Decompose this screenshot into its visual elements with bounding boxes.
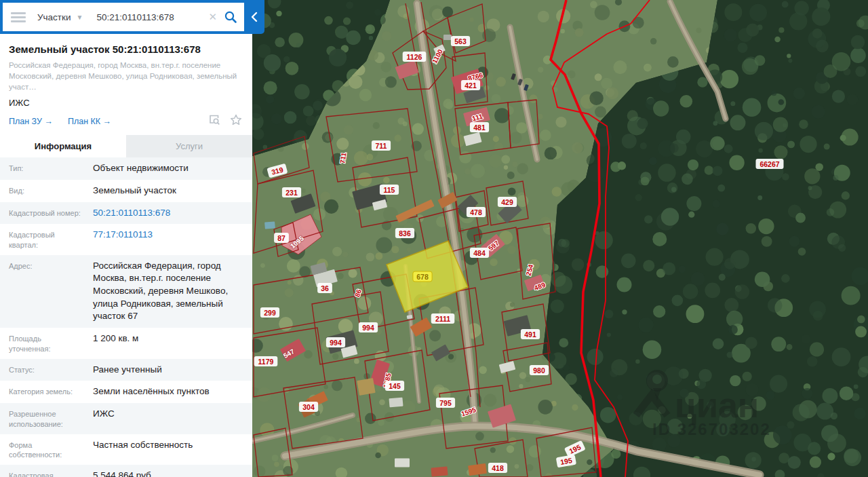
clear-search-icon[interactable]: ✕ <box>208 11 217 23</box>
search-field: Участки ▼ 50:21:0110113:678 ✕ <box>3 3 244 31</box>
svg-text:994: 994 <box>330 339 342 347</box>
svg-text:491: 491 <box>524 330 536 339</box>
svg-text:1126: 1126 <box>407 53 422 61</box>
svg-text:66267: 66267 <box>760 160 779 168</box>
parcel-label: 87 <box>274 233 289 243</box>
favorite-star-icon[interactable] <box>230 114 242 128</box>
row-value: 1 200 кв. м <box>85 332 252 354</box>
parcel-label: 2111 <box>431 313 455 324</box>
svg-text:980: 980 <box>533 366 545 375</box>
tab-services[interactable]: Услуги <box>126 135 252 157</box>
parcel-label: 421 <box>461 80 480 90</box>
parcel-label: 481 <box>470 122 489 132</box>
table-row: Категория земель:Земли населённых пункто… <box>0 381 252 403</box>
plan-kk-link[interactable]: План КК → <box>68 117 111 126</box>
svg-text:481: 481 <box>473 123 486 132</box>
parcel-label: 711 <box>372 140 391 151</box>
table-row: Кадастровая стоимость:5 544 864 руб. <box>0 465 252 477</box>
parcel-label: 994 <box>359 322 378 332</box>
parcel-label: 145 <box>385 381 404 391</box>
search-icon[interactable] <box>224 10 237 24</box>
parcel-label: 304 <box>299 402 318 412</box>
parcel-address-summary: Российская Федерация, город Москва, вн.т… <box>9 60 243 92</box>
svg-text:994: 994 <box>362 324 374 332</box>
table-row: Вид:Земельный участок <box>0 180 252 202</box>
row-label: Площадь уточненная: <box>0 332 85 354</box>
parcel-attributes-table: Тип:Объект недвижимостиВид:Земельный уча… <box>0 157 252 477</box>
plan-zu-link[interactable]: План ЗУ → <box>9 117 53 126</box>
parcel-label: 231 <box>282 187 301 197</box>
parcel-label: 980 <box>530 365 549 375</box>
svg-text:563: 563 <box>454 37 467 45</box>
search-bar: Участки ▼ 50:21:0110113:678 ✕ <box>0 0 264 34</box>
row-label: Кадастровый квартал: <box>0 229 85 250</box>
search-input[interactable]: 50:21:0110113:678 <box>96 12 205 22</box>
row-label: Разрешенное использование: <box>0 408 85 430</box>
svg-text:ID 326703202: ID 326703202 <box>652 420 771 438</box>
parcel-label: 491 <box>521 329 540 339</box>
collapse-panel-button[interactable] <box>244 0 264 34</box>
svg-text:478: 478 <box>470 208 482 216</box>
svg-text:678: 678 <box>416 273 429 281</box>
svg-text:836: 836 <box>399 229 411 237</box>
row-label: Категория земель: <box>0 385 85 398</box>
svg-text:36: 36 <box>321 284 329 292</box>
svg-text:145: 145 <box>389 382 401 390</box>
table-row: Форма собственности:Частная собственност… <box>0 434 252 465</box>
svg-text:231: 231 <box>285 189 298 197</box>
svg-text:429: 429 <box>501 198 513 206</box>
parcel-label: 994 <box>326 337 345 347</box>
parcel-label: 711 <box>338 152 347 164</box>
parcel-label: 1179 <box>254 356 278 366</box>
row-label: Форма собственности: <box>0 439 85 461</box>
result-header: Земельный участок 50:21:0110113:678 Росс… <box>0 34 252 135</box>
svg-text:711: 711 <box>338 152 347 164</box>
row-label: Тип: <box>0 162 85 175</box>
table-row: Площадь уточненная:1 200 кв. м <box>0 328 252 359</box>
parcel-label: 1126 <box>403 52 427 62</box>
row-value: Ранее учтенный <box>85 364 252 377</box>
parcel-label: 429 <box>498 197 517 207</box>
row-label: Кадастровая стоимость: <box>0 470 85 477</box>
parcel-label: 563 <box>451 36 470 46</box>
row-label: Вид: <box>0 185 85 197</box>
menu-icon[interactable] <box>11 12 26 22</box>
table-row: Кадастровый квартал:77:17:0110113 <box>0 224 252 255</box>
tab-information[interactable]: Информация <box>0 135 126 157</box>
table-row: Статус:Ранее учтенный <box>0 359 252 381</box>
svg-text:299: 299 <box>264 309 276 317</box>
parcel-label: 795 <box>436 398 455 408</box>
row-value: Объект недвижимости <box>85 162 252 175</box>
table-row: Адрес:Российская Федерация, город Москва… <box>0 255 252 328</box>
row-value: Земли населённых пунктов <box>85 385 252 398</box>
svg-text:484: 484 <box>473 249 486 257</box>
parcel-label: 66267 <box>756 159 784 169</box>
search-category-select[interactable]: Участки <box>37 12 71 22</box>
svg-text:2111: 2111 <box>435 315 450 323</box>
row-value: 5 544 864 руб. <box>85 470 252 477</box>
row-label: Адрес: <box>0 260 85 323</box>
row-value: Российская Федерация, город Москва, вн.т… <box>85 260 252 323</box>
svg-text:421: 421 <box>465 81 477 90</box>
svg-text:418: 418 <box>492 464 504 472</box>
parcel-label: 478 <box>467 207 486 217</box>
preview-search-icon[interactable] <box>209 114 220 128</box>
chevron-down-icon: ▼ <box>77 14 83 21</box>
parcel-label: 836 <box>395 228 414 238</box>
svg-text:циан: циан <box>675 385 759 425</box>
parcel-label: 678 <box>413 271 432 282</box>
row-value-link[interactable]: 50:21:0110113:678 <box>85 207 252 220</box>
svg-text:304: 304 <box>302 403 315 411</box>
row-value: ИЖС <box>85 408 252 430</box>
parcel-label: 36 <box>317 283 332 293</box>
table-row: Кадастровый номер:50:21:0110113:678 <box>0 202 252 225</box>
row-value-link[interactable]: 77:17:0110113 <box>85 229 252 250</box>
row-label: Статус: <box>0 364 85 377</box>
parcel-label: 115 <box>380 185 399 195</box>
tab-bar: Информация Услуги <box>0 135 252 157</box>
parcel-usage: ИЖС <box>9 98 243 108</box>
parcel-label: 299 <box>260 307 279 318</box>
svg-text:711: 711 <box>376 142 387 150</box>
row-value: Земельный участок <box>85 185 252 197</box>
svg-text:1179: 1179 <box>258 358 274 366</box>
